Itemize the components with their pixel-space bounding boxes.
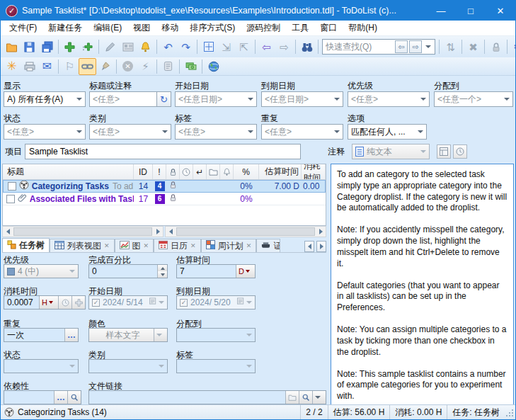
maximize-button[interactable]: □	[456, 1, 486, 21]
start-date-field[interactable]: ✓2024/ 5/14	[88, 295, 168, 310]
filter-category-combo[interactable]: <任意>	[89, 124, 171, 140]
time-spent-field[interactable]: 0.0007H	[4, 295, 86, 310]
tab-close-icon[interactable]: ✕	[190, 242, 196, 249]
tab-truncated[interactable]: 证	[256, 239, 280, 252]
resize-grip[interactable]	[505, 408, 514, 417]
menu-window[interactable]: 窗口	[314, 21, 343, 35]
scroll-left-icon[interactable]	[6, 229, 10, 234]
filter-options-combo[interactable]: 匹配任何人, ...	[348, 124, 427, 140]
attribute-columns-scrollbar[interactable]	[165, 226, 326, 237]
task-checkbox[interactable]	[6, 195, 15, 203]
lock-button[interactable]	[487, 38, 505, 55]
column-lock-icon[interactable]	[166, 164, 180, 179]
column-time-icon[interactable]	[180, 164, 193, 179]
indent-left-button[interactable]: ⇱	[235, 38, 253, 55]
menu-help[interactable]: 帮助(H)	[343, 21, 383, 35]
find-prev-button[interactable]: ⇦	[395, 40, 408, 53]
redo-button[interactable]: ↷	[177, 38, 195, 55]
find-tasks-button[interactable]	[298, 38, 316, 55]
comments-layout-button[interactable]	[437, 144, 451, 159]
prev-task-button[interactable]: ⇦	[258, 38, 275, 55]
filter-assignedto-combo[interactable]: <任意一个>	[434, 91, 513, 107]
menu-view[interactable]: 视图	[127, 21, 156, 35]
file-browse-button[interactable]	[285, 391, 299, 404]
tabs-scroll-left-button[interactable]	[304, 241, 314, 252]
calendar-dropdown-icon[interactable]	[149, 297, 157, 307]
filter-title-input[interactable]	[90, 94, 156, 104]
file-link-field[interactable]	[88, 390, 326, 404]
tab-week-planner[interactable]: 周计划✕	[201, 239, 257, 252]
filter-tag-combo[interactable]: <任意>	[175, 124, 257, 140]
tab-close-icon[interactable]: ✕	[246, 242, 252, 249]
recurrence-edit-button[interactable]: …	[64, 329, 78, 341]
menu-move[interactable]: 移动	[156, 21, 184, 35]
dependency-field[interactable]: …	[4, 390, 81, 404]
task-row[interactable]: Associated Files with Tasks 17 6 0%	[3, 193, 326, 205]
due-date-checkbox[interactable]: ✓	[180, 299, 188, 307]
track-time-button[interactable]	[58, 296, 71, 309]
open-button[interactable]	[3, 38, 21, 55]
file-find-button[interactable]	[299, 391, 312, 404]
filter-startdate-combo[interactable]: <任意日期>	[175, 91, 257, 107]
assigned-to-combo[interactable]	[176, 328, 256, 342]
new-task-button[interactable]	[61, 38, 79, 55]
column-recurrence-icon[interactable]: ↵	[193, 164, 207, 179]
column-percent[interactable]: %	[234, 164, 259, 179]
category-combo[interactable]	[88, 359, 168, 373]
scroll-right-icon[interactable]	[319, 229, 323, 234]
delete-task-button[interactable]: ✖	[464, 38, 482, 55]
preferences-button[interactable]: ⚙	[510, 38, 516, 55]
percent-done-field[interactable]: 0	[88, 264, 168, 278]
title-columns-scrollbar[interactable]	[2, 226, 164, 237]
time-spent-unit-button[interactable]: H	[39, 296, 58, 309]
menu-new-task[interactable]: 新建任务	[42, 21, 88, 35]
dependency-find-button[interactable]	[67, 391, 81, 404]
column-estimate[interactable]: 估算时间	[259, 164, 302, 179]
new-subtask-button[interactable]	[79, 38, 96, 55]
edit-task-button[interactable]	[101, 38, 119, 55]
color-dropdown-button[interactable]	[154, 329, 167, 341]
scrollbar-thumb[interactable]	[13, 227, 152, 236]
spin-up-icon[interactable]	[161, 267, 165, 270]
add-time-button[interactable]	[71, 296, 85, 309]
cleanup-button[interactable]	[96, 58, 114, 75]
tab-close-icon[interactable]: ✕	[144, 242, 149, 249]
script-button[interactable]	[159, 58, 177, 75]
due-date-field[interactable]: ✓2024/ 5/20	[176, 295, 256, 310]
link-button[interactable]	[79, 58, 96, 75]
donate-button[interactable]	[182, 58, 200, 75]
column-id[interactable]: ID	[134, 164, 153, 179]
close-button[interactable]: ✕	[486, 1, 515, 21]
column-reminder-icon[interactable]	[220, 164, 234, 179]
menu-tools[interactable]: 工具	[286, 21, 314, 35]
task-attributes-button[interactable]	[119, 38, 137, 55]
menu-file[interactable]: 文件(F)	[4, 21, 42, 35]
task-checkbox[interactable]	[8, 182, 16, 191]
run-button[interactable]: ⚡	[137, 58, 154, 75]
filter-show-combo[interactable]: A) 所有任务(A)	[4, 91, 86, 107]
estimate-field[interactable]: 7D	[176, 264, 256, 278]
priority-combo[interactable]: 4 (中)	[4, 264, 79, 278]
tab-close-icon[interactable]: ✕	[104, 242, 110, 249]
comments-panel[interactable]: To add an category to the selected task …	[331, 164, 514, 405]
menu-edit[interactable]: 编辑(E)	[88, 21, 127, 35]
web-button[interactable]	[205, 58, 222, 75]
email-button[interactable]: ✉	[38, 58, 56, 75]
reminder-button[interactable]	[137, 38, 154, 55]
save-button[interactable]	[21, 38, 38, 55]
dependency-edit-button[interactable]: …	[54, 391, 67, 404]
filter-status-combo[interactable]: <任意>	[4, 124, 86, 140]
filter-duedate-combo[interactable]: <任意日期>	[261, 91, 343, 107]
file-link-dropdown-button[interactable]	[312, 391, 326, 404]
tab-calendar[interactable]: 日历✕	[154, 239, 201, 252]
scrollbar-thumb[interactable]	[176, 227, 315, 236]
tab-list-view[interactable]: 列表视图✕	[50, 239, 115, 252]
column-spent[interactable]: 消耗时间	[302, 164, 326, 179]
color-combo[interactable]: 样本文字	[88, 328, 168, 342]
find-next-button[interactable]: ⇨	[409, 40, 422, 53]
scroll-right-icon[interactable]	[156, 229, 160, 234]
column-priority-icon[interactable]: !	[153, 164, 166, 179]
project-input[interactable]	[25, 144, 301, 159]
next-task-button[interactable]: ⇨	[275, 38, 293, 55]
column-title[interactable]: 标题	[3, 164, 134, 179]
